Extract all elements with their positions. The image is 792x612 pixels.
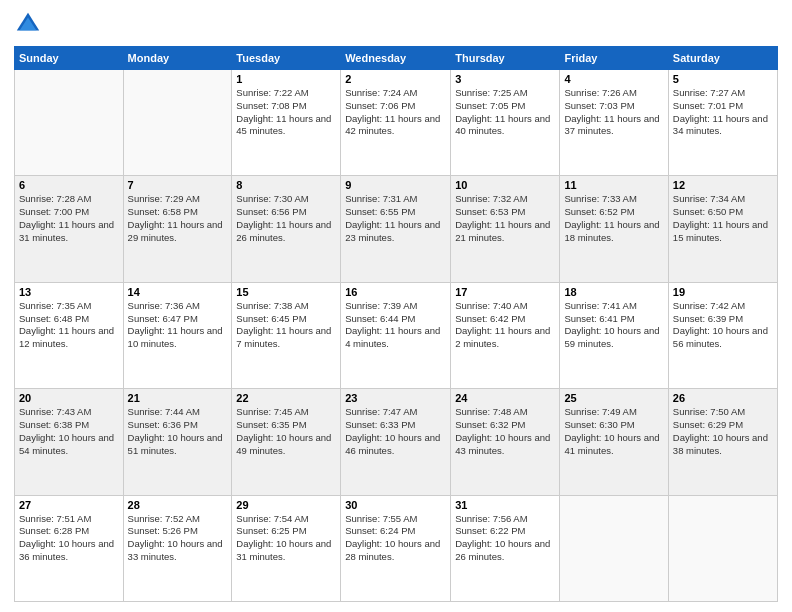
weekday-header-thursday: Thursday <box>451 47 560 70</box>
day-info: Sunrise: 7:48 AMSunset: 6:32 PMDaylight:… <box>455 406 555 457</box>
day-number: 13 <box>19 286 119 298</box>
header <box>14 10 778 38</box>
calendar-week-row: 27Sunrise: 7:51 AMSunset: 6:28 PMDayligh… <box>15 495 778 601</box>
day-info: Sunrise: 7:42 AMSunset: 6:39 PMDaylight:… <box>673 300 773 351</box>
day-number: 19 <box>673 286 773 298</box>
calendar-day-cell: 22Sunrise: 7:45 AMSunset: 6:35 PMDayligh… <box>232 389 341 495</box>
day-number: 14 <box>128 286 228 298</box>
day-number: 7 <box>128 179 228 191</box>
calendar-day-cell: 1Sunrise: 7:22 AMSunset: 7:08 PMDaylight… <box>232 70 341 176</box>
day-number: 1 <box>236 73 336 85</box>
day-info: Sunrise: 7:26 AMSunset: 7:03 PMDaylight:… <box>564 87 663 138</box>
day-info: Sunrise: 7:36 AMSunset: 6:47 PMDaylight:… <box>128 300 228 351</box>
calendar-day-cell: 15Sunrise: 7:38 AMSunset: 6:45 PMDayligh… <box>232 282 341 388</box>
calendar-day-cell: 19Sunrise: 7:42 AMSunset: 6:39 PMDayligh… <box>668 282 777 388</box>
day-number: 5 <box>673 73 773 85</box>
day-number: 18 <box>564 286 663 298</box>
day-info: Sunrise: 7:47 AMSunset: 6:33 PMDaylight:… <box>345 406 446 457</box>
calendar-day-cell: 29Sunrise: 7:54 AMSunset: 6:25 PMDayligh… <box>232 495 341 601</box>
calendar-day-cell: 24Sunrise: 7:48 AMSunset: 6:32 PMDayligh… <box>451 389 560 495</box>
calendar-day-cell: 30Sunrise: 7:55 AMSunset: 6:24 PMDayligh… <box>341 495 451 601</box>
day-info: Sunrise: 7:50 AMSunset: 6:29 PMDaylight:… <box>673 406 773 457</box>
day-number: 31 <box>455 499 555 511</box>
weekday-header-saturday: Saturday <box>668 47 777 70</box>
logo-icon <box>14 10 42 38</box>
calendar-day-cell <box>668 495 777 601</box>
calendar-week-row: 1Sunrise: 7:22 AMSunset: 7:08 PMDaylight… <box>15 70 778 176</box>
day-info: Sunrise: 7:27 AMSunset: 7:01 PMDaylight:… <box>673 87 773 138</box>
day-info: Sunrise: 7:55 AMSunset: 6:24 PMDaylight:… <box>345 513 446 564</box>
calendar-day-cell: 2Sunrise: 7:24 AMSunset: 7:06 PMDaylight… <box>341 70 451 176</box>
day-number: 22 <box>236 392 336 404</box>
day-number: 15 <box>236 286 336 298</box>
calendar-day-cell: 26Sunrise: 7:50 AMSunset: 6:29 PMDayligh… <box>668 389 777 495</box>
calendar-day-cell: 18Sunrise: 7:41 AMSunset: 6:41 PMDayligh… <box>560 282 668 388</box>
calendar-day-cell: 25Sunrise: 7:49 AMSunset: 6:30 PMDayligh… <box>560 389 668 495</box>
day-info: Sunrise: 7:51 AMSunset: 6:28 PMDaylight:… <box>19 513 119 564</box>
logo <box>14 10 46 38</box>
day-info: Sunrise: 7:30 AMSunset: 6:56 PMDaylight:… <box>236 193 336 244</box>
calendar-day-cell: 4Sunrise: 7:26 AMSunset: 7:03 PMDaylight… <box>560 70 668 176</box>
day-info: Sunrise: 7:45 AMSunset: 6:35 PMDaylight:… <box>236 406 336 457</box>
weekday-header-tuesday: Tuesday <box>232 47 341 70</box>
calendar-day-cell: 21Sunrise: 7:44 AMSunset: 6:36 PMDayligh… <box>123 389 232 495</box>
day-info: Sunrise: 7:22 AMSunset: 7:08 PMDaylight:… <box>236 87 336 138</box>
day-info: Sunrise: 7:25 AMSunset: 7:05 PMDaylight:… <box>455 87 555 138</box>
day-info: Sunrise: 7:35 AMSunset: 6:48 PMDaylight:… <box>19 300 119 351</box>
day-number: 30 <box>345 499 446 511</box>
day-number: 29 <box>236 499 336 511</box>
day-number: 21 <box>128 392 228 404</box>
day-number: 24 <box>455 392 555 404</box>
calendar-day-cell: 20Sunrise: 7:43 AMSunset: 6:38 PMDayligh… <box>15 389 124 495</box>
day-number: 16 <box>345 286 446 298</box>
weekday-header-friday: Friday <box>560 47 668 70</box>
day-info: Sunrise: 7:56 AMSunset: 6:22 PMDaylight:… <box>455 513 555 564</box>
day-number: 2 <box>345 73 446 85</box>
day-info: Sunrise: 7:44 AMSunset: 6:36 PMDaylight:… <box>128 406 228 457</box>
calendar-day-cell: 5Sunrise: 7:27 AMSunset: 7:01 PMDaylight… <box>668 70 777 176</box>
calendar-day-cell: 9Sunrise: 7:31 AMSunset: 6:55 PMDaylight… <box>341 176 451 282</box>
calendar-week-row: 20Sunrise: 7:43 AMSunset: 6:38 PMDayligh… <box>15 389 778 495</box>
day-info: Sunrise: 7:32 AMSunset: 6:53 PMDaylight:… <box>455 193 555 244</box>
day-number: 9 <box>345 179 446 191</box>
calendar-day-cell: 6Sunrise: 7:28 AMSunset: 7:00 PMDaylight… <box>15 176 124 282</box>
calendar-day-cell: 28Sunrise: 7:52 AMSunset: 5:26 PMDayligh… <box>123 495 232 601</box>
calendar-day-cell <box>15 70 124 176</box>
calendar-day-cell <box>123 70 232 176</box>
calendar-day-cell: 23Sunrise: 7:47 AMSunset: 6:33 PMDayligh… <box>341 389 451 495</box>
calendar-day-cell: 8Sunrise: 7:30 AMSunset: 6:56 PMDaylight… <box>232 176 341 282</box>
calendar-day-cell <box>560 495 668 601</box>
day-info: Sunrise: 7:38 AMSunset: 6:45 PMDaylight:… <box>236 300 336 351</box>
day-number: 23 <box>345 392 446 404</box>
calendar-day-cell: 3Sunrise: 7:25 AMSunset: 7:05 PMDaylight… <box>451 70 560 176</box>
calendar-week-row: 13Sunrise: 7:35 AMSunset: 6:48 PMDayligh… <box>15 282 778 388</box>
day-info: Sunrise: 7:41 AMSunset: 6:41 PMDaylight:… <box>564 300 663 351</box>
calendar-day-cell: 14Sunrise: 7:36 AMSunset: 6:47 PMDayligh… <box>123 282 232 388</box>
day-info: Sunrise: 7:34 AMSunset: 6:50 PMDaylight:… <box>673 193 773 244</box>
calendar-day-cell: 11Sunrise: 7:33 AMSunset: 6:52 PMDayligh… <box>560 176 668 282</box>
day-number: 3 <box>455 73 555 85</box>
day-info: Sunrise: 7:52 AMSunset: 5:26 PMDaylight:… <box>128 513 228 564</box>
calendar-day-cell: 12Sunrise: 7:34 AMSunset: 6:50 PMDayligh… <box>668 176 777 282</box>
day-info: Sunrise: 7:43 AMSunset: 6:38 PMDaylight:… <box>19 406 119 457</box>
calendar-day-cell: 27Sunrise: 7:51 AMSunset: 6:28 PMDayligh… <box>15 495 124 601</box>
day-info: Sunrise: 7:39 AMSunset: 6:44 PMDaylight:… <box>345 300 446 351</box>
day-info: Sunrise: 7:40 AMSunset: 6:42 PMDaylight:… <box>455 300 555 351</box>
day-number: 10 <box>455 179 555 191</box>
day-number: 6 <box>19 179 119 191</box>
day-info: Sunrise: 7:24 AMSunset: 7:06 PMDaylight:… <box>345 87 446 138</box>
calendar-day-cell: 10Sunrise: 7:32 AMSunset: 6:53 PMDayligh… <box>451 176 560 282</box>
day-number: 28 <box>128 499 228 511</box>
day-info: Sunrise: 7:49 AMSunset: 6:30 PMDaylight:… <box>564 406 663 457</box>
calendar-day-cell: 7Sunrise: 7:29 AMSunset: 6:58 PMDaylight… <box>123 176 232 282</box>
day-number: 4 <box>564 73 663 85</box>
calendar-table: SundayMondayTuesdayWednesdayThursdayFrid… <box>14 46 778 602</box>
day-info: Sunrise: 7:28 AMSunset: 7:00 PMDaylight:… <box>19 193 119 244</box>
weekday-header-sunday: Sunday <box>15 47 124 70</box>
weekday-header-monday: Monday <box>123 47 232 70</box>
day-info: Sunrise: 7:33 AMSunset: 6:52 PMDaylight:… <box>564 193 663 244</box>
day-info: Sunrise: 7:54 AMSunset: 6:25 PMDaylight:… <box>236 513 336 564</box>
weekday-header-wednesday: Wednesday <box>341 47 451 70</box>
day-number: 8 <box>236 179 336 191</box>
calendar-day-cell: 16Sunrise: 7:39 AMSunset: 6:44 PMDayligh… <box>341 282 451 388</box>
